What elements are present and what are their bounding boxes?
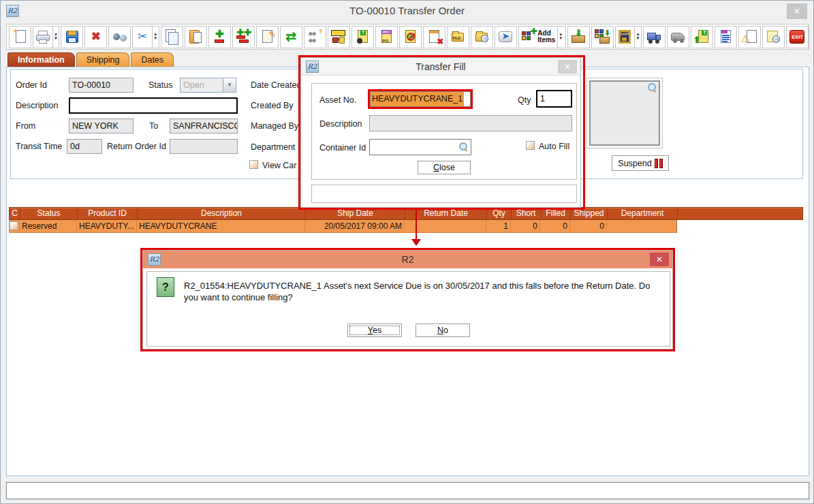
col-header-description[interactable]: Description: [138, 208, 306, 219]
cancel-document-button[interactable]: [399, 26, 422, 48]
find-button[interactable]: [108, 26, 131, 48]
transfer-return-button[interactable]: T⬆: [691, 26, 713, 48]
notes-history-button[interactable]: ◷: [762, 26, 785, 48]
qty-field[interactable]: 1: [536, 90, 572, 108]
message-dialog-title: R2: [143, 254, 672, 265]
tab-dates[interactable]: Dates: [131, 52, 174, 67]
warning-doc-icon: ⚠: [741, 29, 757, 45]
question-icon: ?: [157, 277, 174, 297]
add-multiple-button[interactable]: ✚✚: [232, 26, 255, 48]
suspend-button[interactable]: Suspend: [612, 155, 669, 171]
tab-shipping[interactable]: Shipping: [76, 52, 130, 67]
col-header-product-id[interactable]: Product ID: [78, 208, 138, 219]
asset-no-label: Asset No.: [319, 95, 356, 105]
view-car-label: View Car: [262, 161, 296, 170]
order-id-label: Order Id: [16, 80, 47, 90]
delete-button[interactable]: ✖: [84, 26, 107, 48]
scissors-icon: ✂: [134, 29, 151, 45]
yes-button[interactable]: Yes: [347, 324, 402, 337]
shortcut-keys-button[interactable]: ➤: [495, 26, 517, 48]
to-label: To: [149, 121, 158, 131]
paste-button[interactable]: [185, 26, 207, 48]
delete-document-button[interactable]: ✖: [423, 26, 445, 48]
row-checkbox[interactable]: [10, 221, 18, 230]
save-button[interactable]: [61, 26, 83, 48]
van-button-disabled[interactable]: [667, 26, 689, 48]
return-order-id-label: Return Order Id: [107, 142, 166, 151]
add-icon: ✚: [211, 29, 228, 45]
fill-items-button[interactable]: ⬇: [591, 26, 614, 48]
transit-time-label: Transit Time: [16, 142, 62, 151]
col-header-c[interactable]: C: [10, 208, 20, 219]
asset-no-field[interactable]: HEAVYDUTYCRANE_1: [370, 91, 471, 107]
exit-icon: EXIT: [789, 29, 805, 45]
view-car-checkbox[interactable]: [249, 160, 258, 169]
status-combo[interactable]: Open▼: [180, 78, 236, 93]
add-items-button[interactable]: ✚Add Items▼▼: [518, 26, 566, 48]
fill-order-button[interactable]: ⬇: [567, 26, 590, 48]
problem-report-button[interactable]: ⚠: [738, 26, 761, 48]
tab-information[interactable]: Information: [7, 52, 75, 67]
status-bar: [6, 482, 809, 499]
cut-dropdown[interactable]: ▼▼: [152, 26, 159, 48]
asset-button[interactable]: Asset: [328, 26, 350, 48]
notes-clock-icon: ◷: [765, 29, 781, 45]
availability-query-button[interactable]: ●●●●?: [304, 26, 326, 48]
new-document-icon: ✶: [12, 29, 29, 45]
transfer-fill-close-icon[interactable]: ✕: [558, 60, 577, 74]
truck-schedule-button[interactable]: [643, 26, 666, 48]
col-header-department[interactable]: Department: [608, 208, 678, 219]
print-button[interactable]: ▼▼: [33, 26, 59, 48]
refresh-button[interactable]: ⇄: [280, 26, 302, 48]
window-close-button[interactable]: ✕: [787, 3, 807, 19]
close-button[interactable]: Close: [418, 161, 471, 174]
ship-picture-icon: SHIP: [616, 29, 633, 45]
delete-icon: ✖: [88, 29, 104, 45]
qty-label: Qty: [518, 95, 531, 105]
description-input[interactable]: [69, 97, 238, 114]
annotation-arrow-head: [411, 239, 421, 246]
auto-fill-checkbox[interactable]: [526, 141, 535, 150]
row-status: Reserved: [20, 220, 77, 233]
transfer-document-button[interactable]: T: [351, 26, 374, 48]
photo-zoom-icon[interactable]: [648, 83, 657, 92]
annotation-arrow-line: [416, 210, 417, 240]
exit-button[interactable]: EXIT: [786, 26, 809, 48]
refresh-icon: ⇄: [283, 29, 299, 45]
fill-box-icon: ⬇: [570, 29, 586, 45]
managed-by-label: Managed By: [251, 121, 298, 131]
row-product-id: HEAVYDUTY...: [77, 220, 137, 233]
no-button[interactable]: No: [416, 324, 470, 337]
ship-dropdown[interactable]: ▼▼: [634, 26, 641, 48]
history-button[interactable]: ◷: [471, 26, 493, 48]
copy-button[interactable]: [161, 26, 183, 48]
row-check-cell: [9, 220, 20, 233]
binoculars-icon: [112, 29, 128, 45]
col-header-status[interactable]: Status: [20, 208, 78, 219]
message-dialog-close-icon[interactable]: ✕: [650, 253, 669, 266]
status-dropdown-icon[interactable]: ▼: [223, 78, 236, 92]
asset-photo-box: [586, 78, 663, 148]
container-search-icon[interactable]: [459, 142, 468, 151]
cut-button[interactable]: ✂▼▼: [132, 26, 159, 48]
misc-po-button[interactable]: MISCPO: [375, 26, 398, 48]
col-header-filler: [678, 208, 802, 219]
transfer-fill-statusbox: [311, 185, 577, 203]
edit-notes-button[interactable]: ✎: [256, 26, 279, 48]
ship-button[interactable]: SHIP▼▼: [615, 26, 642, 48]
file-attachments-button[interactable]: FILE: [447, 26, 469, 48]
order-items-table: C Status Product ID Description Ship Dat…: [9, 207, 803, 233]
print-dropdown[interactable]: ▼▼: [52, 26, 59, 48]
container-id-field[interactable]: [369, 139, 471, 155]
add-items-dropdown[interactable]: ▼▼: [557, 26, 564, 48]
tf-description-field: [369, 115, 572, 131]
description-label: Description: [16, 101, 59, 110]
misc-po-doc-icon: MISCPO: [378, 29, 394, 45]
add-line-button[interactable]: ✚: [208, 26, 231, 48]
add-items-label: Add Items: [537, 30, 557, 44]
transit-time-field: 0d: [67, 139, 102, 154]
created-by-label: Created By: [251, 101, 294, 110]
order-report-button[interactable]: [715, 26, 737, 48]
new-order-button[interactable]: ✶: [9, 26, 31, 48]
table-row[interactable]: Reserved HEAVYDUTY... HEAVYDUTYCRANE 20/…: [9, 220, 803, 233]
